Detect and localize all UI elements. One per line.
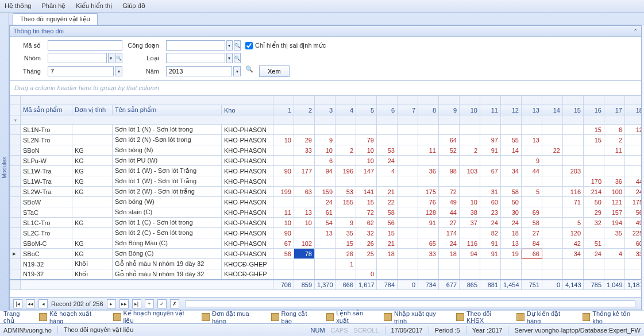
table-row[interactable]: ▸SBoCKGSơn Bóng (C)KHO-PHASON56782625183… xyxy=(10,249,642,259)
cell-day[interactable]: 44 xyxy=(439,207,460,218)
cell-day[interactable] xyxy=(542,269,563,280)
cell-day[interactable]: 71 xyxy=(563,197,584,207)
cell-day[interactable]: 91 xyxy=(480,145,501,156)
cell-day[interactable]: 177 xyxy=(294,166,315,176)
table-row[interactable]: N19-32KhốiGỗ nhỏ màu N nhóm 19 dày 32KHO… xyxy=(10,259,642,269)
cell-day[interactable]: 13 xyxy=(501,238,522,249)
cell-day[interactable]: 225 xyxy=(625,228,642,238)
cell-day[interactable] xyxy=(501,156,522,166)
cell-day[interactable] xyxy=(625,166,642,176)
col-day[interactable]: 7 xyxy=(398,105,418,115)
cell-day[interactable]: 157 xyxy=(604,207,625,218)
cell-day[interactable]: 24 xyxy=(625,187,642,197)
table-row[interactable]: SBoNKGSơn bóng (N)KHO-PHASON331021053115… xyxy=(10,145,642,156)
cell-day[interactable]: 15 xyxy=(584,135,604,145)
cell-day[interactable]: 10 xyxy=(315,145,336,156)
cell-day[interactable] xyxy=(398,176,418,187)
cell-day[interactable] xyxy=(542,259,563,269)
col-day[interactable]: 8 xyxy=(418,105,439,115)
cell-day[interactable] xyxy=(315,238,336,249)
menu-item[interactable]: Phân hệ xyxy=(41,2,65,10)
cell-day[interactable] xyxy=(377,125,398,135)
cell-day[interactable] xyxy=(398,166,418,176)
task-item[interactable]: Rong cắt bào xyxy=(271,310,318,325)
cell-day[interactable] xyxy=(418,135,439,145)
cell-day[interactable]: 10 xyxy=(273,135,294,145)
cell-day[interactable] xyxy=(625,135,642,145)
cell-day[interactable] xyxy=(604,156,625,166)
cell-day[interactable] xyxy=(398,197,418,207)
menu-item[interactable]: Giúp đỡ xyxy=(122,2,145,10)
cell-day[interactable]: 24 xyxy=(377,156,398,166)
nav-prev-icon[interactable]: ◂ xyxy=(38,299,48,308)
cell-day[interactable]: 23 xyxy=(480,207,501,218)
chevron-down-icon[interactable]: ▾ xyxy=(226,53,233,63)
cell-day[interactable]: 2 xyxy=(604,135,625,145)
cell-day[interactable] xyxy=(542,135,563,145)
cell-day[interactable] xyxy=(356,259,377,269)
cell-day[interactable] xyxy=(604,238,625,249)
cell-day[interactable] xyxy=(584,269,604,280)
cell-day[interactable]: 98 xyxy=(439,166,460,176)
cell-day[interactable]: 9 xyxy=(336,218,356,228)
nav-prevpage-icon[interactable]: ◂◂ xyxy=(26,299,35,308)
cell-day[interactable] xyxy=(542,238,563,249)
cell-day[interactable]: 15 xyxy=(377,228,398,238)
cell-day[interactable]: 36 xyxy=(418,166,439,176)
cell-day[interactable] xyxy=(336,207,356,218)
cell-day[interactable]: 11 xyxy=(273,207,294,218)
cell-day[interactable]: 199 xyxy=(273,187,294,197)
cell-day[interactable]: 29 xyxy=(584,207,604,218)
cell-day[interactable] xyxy=(542,156,563,166)
cell-day[interactable]: 49 xyxy=(625,218,642,228)
cell-day[interactable] xyxy=(356,125,377,135)
cell-day[interactable]: 53 xyxy=(377,145,398,156)
cell-day[interactable]: 44 xyxy=(625,176,642,187)
cell-day[interactable] xyxy=(460,125,480,135)
col-unit[interactable]: Đơn vị tính xyxy=(72,105,113,115)
cell-day[interactable]: 65 xyxy=(418,238,439,249)
filter-icon[interactable]: ♀ xyxy=(10,115,21,125)
cell-day[interactable]: 18 xyxy=(377,249,398,259)
cell-day[interactable] xyxy=(480,269,501,280)
col-day[interactable]: 4 xyxy=(336,105,356,115)
cell-day[interactable] xyxy=(604,166,625,176)
cell-day[interactable]: 91 xyxy=(480,249,501,259)
nam-input[interactable] xyxy=(166,66,232,76)
cell-day[interactable]: 33 xyxy=(625,249,642,259)
cell-day[interactable] xyxy=(336,176,356,187)
cell-day[interactable]: 29 xyxy=(294,135,315,145)
cell-day[interactable]: 4 xyxy=(377,166,398,176)
cell-day[interactable]: 90 xyxy=(273,228,294,238)
cell-day[interactable]: 128 xyxy=(418,207,439,218)
nav-add-icon[interactable]: + xyxy=(145,299,154,308)
task-item[interactable]: Kế hoạch nguyên vật liệu xyxy=(113,310,194,325)
cell-day[interactable]: 35 xyxy=(604,228,625,238)
cell-day[interactable]: 38 xyxy=(460,207,480,218)
cell-day[interactable] xyxy=(563,207,584,218)
cell-day[interactable]: 52 xyxy=(439,145,460,156)
cell-day[interactable]: 5 xyxy=(563,218,584,228)
cell-day[interactable] xyxy=(294,269,315,280)
col-prod[interactable]: Mã sản phẩm xyxy=(21,105,72,115)
table-row[interactable]: SL2W-TraKGSơn lót 2 (W) - Sơn lót trắngK… xyxy=(10,187,642,197)
cell-day[interactable]: 51 xyxy=(584,238,604,249)
cell-day[interactable]: 10 xyxy=(356,156,377,166)
cell-day[interactable] xyxy=(563,145,584,156)
cell-day[interactable] xyxy=(522,176,542,187)
cell-day[interactable]: 6 xyxy=(315,156,336,166)
cell-day[interactable]: 24 xyxy=(315,197,336,207)
cell-day[interactable]: 44 xyxy=(522,166,542,176)
cell-day[interactable]: 13 xyxy=(294,207,315,218)
cell-day[interactable] xyxy=(542,228,563,238)
cell-day[interactable]: 94 xyxy=(460,249,480,259)
cell-day[interactable] xyxy=(336,156,356,166)
cell-day[interactable]: 64 xyxy=(439,135,460,145)
cell-day[interactable] xyxy=(418,259,439,269)
table-row[interactable]: SL2C-TroSơn lót 2 (C) - Sơn lót trongKHO… xyxy=(10,228,642,238)
cell-day[interactable]: 1 xyxy=(336,259,356,269)
cell-day[interactable] xyxy=(542,125,563,135)
cell-day[interactable]: 94 xyxy=(315,166,336,176)
cell-day[interactable]: 82 xyxy=(480,228,501,238)
cell-day[interactable] xyxy=(336,125,356,135)
